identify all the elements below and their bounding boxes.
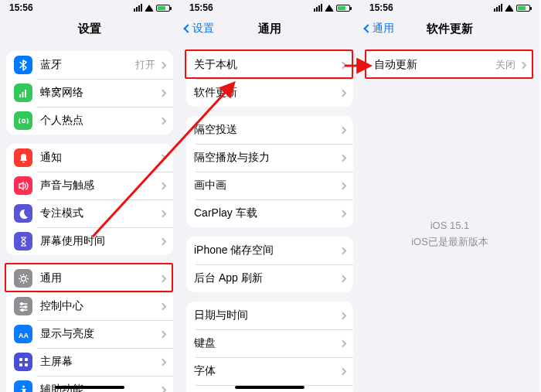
chevron-right-icon: [519, 61, 527, 69]
settings-row[interactable]: 主屏幕: [6, 348, 173, 376]
settings-row[interactable]: 隔空投送: [186, 116, 353, 144]
navbar: 设置 通用: [180, 15, 359, 42]
wifi-icon: [325, 5, 334, 12]
update-status: iOS 15.1 iOS已是最新版本: [360, 218, 539, 251]
settings-row[interactable]: 控制中心: [6, 292, 173, 320]
chevron-right-icon: [339, 247, 347, 254]
back-label: 通用: [373, 22, 394, 36]
row-label: 专注模式: [40, 206, 158, 220]
back-button[interactable]: 设置: [185, 15, 214, 42]
status-time: 15:56: [189, 2, 213, 13]
chevron-right-icon: [159, 386, 167, 392]
settings-row[interactable]: 辅助功能: [6, 376, 173, 392]
chevron-right-icon: [159, 237, 167, 245]
row-label: 隔空播放与接力: [194, 151, 339, 165]
svg-rect-21: [19, 363, 22, 366]
status-bar: 15:56: [360, 0, 539, 15]
row-label: 屏幕使用时间: [40, 234, 158, 248]
settings-row[interactable]: 字体: [186, 357, 353, 385]
hourglass-icon: [14, 232, 32, 251]
settings-row[interactable]: 屏幕使用时间: [6, 227, 173, 255]
back-label: 设置: [192, 22, 214, 36]
svg-point-17: [21, 308, 23, 311]
settings-row[interactable]: 关于本机: [186, 51, 353, 79]
wifi-icon: [145, 5, 154, 12]
svg-rect-1: [22, 92, 23, 97]
settings-row[interactable]: 声音与触感: [6, 172, 173, 199]
settings-row[interactable]: 蜂窝网络: [6, 79, 173, 107]
home-indicator: [55, 386, 124, 389]
status-time: 15:56: [9, 2, 33, 13]
chevron-right-icon: [339, 154, 347, 162]
settings-row[interactable]: 蓝牙打开: [6, 51, 173, 79]
settings-row[interactable]: 画中画: [186, 172, 353, 199]
status-icons: [314, 4, 350, 12]
row-label: 通用: [40, 271, 158, 285]
battery-icon: [336, 5, 350, 12]
row-value: 关闭: [495, 58, 515, 72]
chevron-right-icon: [159, 61, 167, 69]
row-value: 打开: [135, 58, 155, 72]
gear-icon: [14, 269, 32, 288]
svg-rect-22: [25, 363, 28, 366]
chevron-right-icon: [159, 154, 167, 162]
chevron-right-icon: [339, 89, 347, 97]
chevron-right-icon: [159, 358, 167, 366]
chevron-right-icon: [339, 274, 347, 282]
page-title: 软件更新: [427, 22, 473, 36]
row-label: 声音与触感: [40, 179, 158, 193]
svg-rect-20: [25, 358, 28, 361]
row-label: 隔空投送: [194, 123, 339, 137]
speaker-icon: [14, 176, 32, 195]
status-time: 15:56: [369, 2, 393, 13]
svg-point-3: [22, 119, 25, 122]
chevron-left-icon: [363, 24, 372, 32]
wifi-icon: [505, 5, 514, 12]
signal-icon: [134, 4, 142, 12]
svg-point-23: [22, 385, 25, 387]
settings-row[interactable]: 专注模式: [6, 199, 173, 227]
navbar: 通用 软件更新: [360, 15, 539, 42]
settings-row[interactable]: 通知: [6, 144, 173, 172]
settings-row[interactable]: 后台 App 刷新: [186, 264, 353, 292]
row-label: 软件更新: [194, 86, 339, 100]
back-button[interactable]: 通用: [365, 15, 394, 42]
svg-rect-19: [19, 358, 22, 361]
chevron-left-icon: [183, 24, 192, 32]
row-label: 个人热点: [40, 114, 158, 128]
svg-line-11: [20, 281, 21, 281]
chevron-right-icon: [159, 182, 167, 189]
row-label: iPhone 储存空间: [194, 244, 339, 257]
row-label: 蜂窝网络: [40, 86, 158, 100]
signal-icon: [494, 4, 502, 12]
svg-line-8: [20, 275, 21, 276]
settings-row[interactable]: 软件更新: [186, 79, 353, 107]
row-label: 日期与时间: [194, 308, 339, 322]
textsize-icon: AA: [14, 325, 32, 343]
row-label: 通知: [40, 151, 158, 165]
signal-icon: [314, 4, 322, 12]
home-indicator: [235, 386, 305, 389]
settings-row[interactable]: iPhone 储存空间: [186, 237, 353, 264]
settings-row[interactable]: 通用: [6, 264, 173, 292]
settings-row[interactable]: AA显示与亮度: [6, 320, 173, 348]
settings-row[interactable]: 个人热点: [6, 107, 173, 135]
sliders-icon: [14, 297, 32, 315]
status-bar: 15:56: [180, 0, 359, 15]
svg-point-16: [24, 305, 26, 308]
status-icons: [494, 4, 530, 12]
status-icons: [134, 4, 170, 12]
grid-icon: [14, 353, 32, 371]
hotspot-icon: [14, 111, 32, 130]
svg-line-10: [26, 275, 26, 276]
settings-row[interactable]: 隔空播放与接力: [186, 144, 353, 172]
row-auto-update[interactable]: 自动更新 关闭: [366, 51, 533, 79]
chevron-right-icon: [339, 126, 347, 134]
chevron-right-icon: [159, 210, 167, 217]
settings-row[interactable]: CarPlay 车载: [186, 199, 353, 227]
row-label: 字体: [194, 364, 339, 378]
chevron-right-icon: [339, 182, 347, 189]
ios-latest: iOS已是最新版本: [360, 234, 539, 251]
settings-row[interactable]: 键盘: [186, 329, 353, 357]
settings-row[interactable]: 日期与时间: [186, 302, 353, 329]
